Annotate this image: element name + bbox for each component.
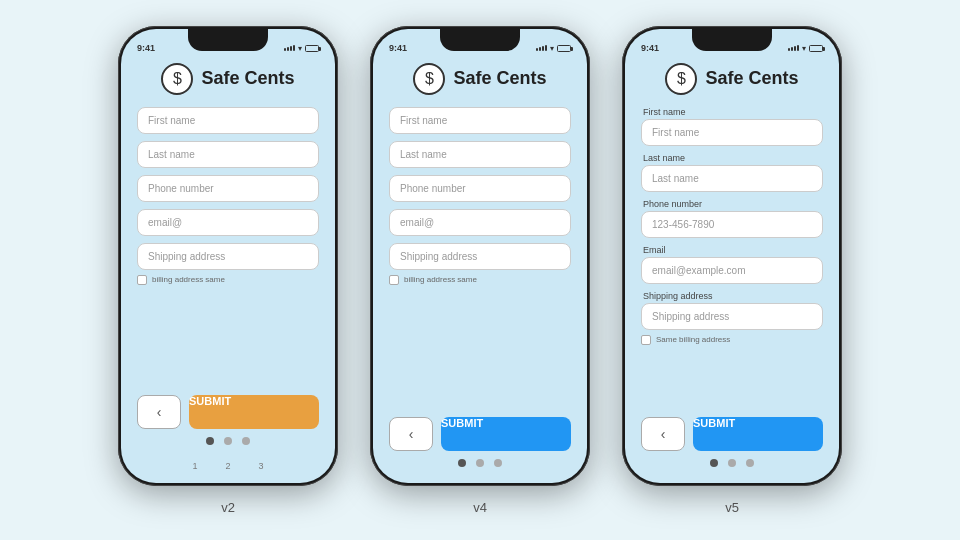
submit-button-v5[interactable]: SUBMIT bbox=[693, 417, 823, 451]
field-group-1: Last name bbox=[137, 141, 319, 168]
back-button-v2[interactable]: ‹ bbox=[137, 395, 181, 429]
scene: 9:41 ▾ $ Safe Cents First nameLast nameP… bbox=[0, 0, 960, 540]
field-label-0: First name bbox=[641, 107, 823, 117]
dot-0 bbox=[710, 459, 718, 467]
field-group-3: email@ bbox=[389, 209, 571, 236]
signal-bar-4 bbox=[797, 45, 799, 51]
signal-bar-1 bbox=[788, 48, 790, 51]
notch-v2 bbox=[188, 29, 268, 51]
signal-bar-3 bbox=[542, 46, 544, 51]
signal-bar-4 bbox=[545, 45, 547, 51]
status-icons: ▾ bbox=[788, 44, 823, 53]
btn-row-v2: ‹SUBMIT bbox=[137, 395, 319, 429]
dot-1 bbox=[476, 459, 484, 467]
logo-symbol: $ bbox=[677, 70, 686, 88]
back-button-v5[interactable]: ‹ bbox=[641, 417, 685, 451]
field-input-2[interactable]: Phone number bbox=[389, 175, 571, 202]
checkbox[interactable] bbox=[389, 275, 399, 285]
field-input-3[interactable]: email@ bbox=[389, 209, 571, 236]
checkbox[interactable] bbox=[137, 275, 147, 285]
phone-version-label-v4: v4 bbox=[473, 500, 487, 515]
wifi-icon: ▾ bbox=[550, 44, 554, 53]
signal-icon bbox=[284, 45, 295, 51]
wifi-icon: ▾ bbox=[802, 44, 806, 53]
logo-circle: $ bbox=[665, 63, 697, 95]
battery-icon bbox=[809, 45, 823, 52]
field-input-2[interactable]: 123-456-7890 bbox=[641, 211, 823, 238]
app-title: Safe Cents bbox=[453, 68, 546, 89]
checkbox-label: billing address same bbox=[404, 275, 477, 284]
checkbox-label: billing address same bbox=[152, 275, 225, 284]
field-input-1[interactable]: Last name bbox=[137, 141, 319, 168]
field-input-3[interactable]: email@example.com bbox=[641, 257, 823, 284]
field-label-1: Last name bbox=[641, 153, 823, 163]
signal-icon bbox=[788, 45, 799, 51]
dot-0 bbox=[458, 459, 466, 467]
phone-v5: 9:41 ▾ $ Safe Cents First nameFirst name… bbox=[622, 26, 842, 486]
field-group-0: First name bbox=[389, 107, 571, 134]
field-input-1[interactable]: Last name bbox=[389, 141, 571, 168]
signal-bar-2 bbox=[287, 47, 289, 51]
signal-bar-3 bbox=[290, 46, 292, 51]
phone-inner-v5: 9:41 ▾ $ Safe Cents First nameFirst name… bbox=[625, 29, 839, 483]
field-input-4[interactable]: Shipping address bbox=[137, 243, 319, 270]
phone-inner-v4: 9:41 ▾ $ Safe Cents First nameLast nameP… bbox=[373, 29, 587, 483]
field-group-2: Phone number bbox=[137, 175, 319, 202]
checkbox[interactable] bbox=[641, 335, 651, 345]
signal-bar-2 bbox=[791, 47, 793, 51]
field-label-3: Email bbox=[641, 245, 823, 255]
dot-2 bbox=[494, 459, 502, 467]
phone-version-label-v5: v5 bbox=[725, 500, 739, 515]
field-group-0: First name bbox=[137, 107, 319, 134]
dot-2 bbox=[242, 437, 250, 445]
field-input-3[interactable]: email@ bbox=[137, 209, 319, 236]
signal-bar-4 bbox=[293, 45, 295, 51]
page-dots-v2 bbox=[137, 437, 319, 453]
notch-v4 bbox=[440, 29, 520, 51]
back-button-v4[interactable]: ‹ bbox=[389, 417, 433, 451]
bottom-actions-v2: ‹SUBMIT123 bbox=[121, 391, 335, 483]
logo-circle: $ bbox=[413, 63, 445, 95]
notch-v5 bbox=[692, 29, 772, 51]
phone-version-label-v2: v2 bbox=[221, 500, 235, 515]
field-input-0[interactable]: First name bbox=[137, 107, 319, 134]
phone-wrapper-v2: 9:41 ▾ $ Safe Cents First nameLast nameP… bbox=[118, 26, 338, 515]
field-group-3: Emailemail@example.com bbox=[641, 245, 823, 284]
field-label-2: Phone number bbox=[641, 199, 823, 209]
app-header-v5: $ Safe Cents bbox=[625, 57, 839, 103]
field-input-1[interactable]: Last name bbox=[641, 165, 823, 192]
field-input-4[interactable]: Shipping address bbox=[641, 303, 823, 330]
back-chevron-icon: ‹ bbox=[661, 426, 666, 442]
submit-button-v2[interactable]: SUBMIT bbox=[189, 395, 319, 429]
battery-icon bbox=[305, 45, 319, 52]
form-area-v4: First nameLast namePhone numberemail@Shi… bbox=[373, 103, 587, 413]
app-header-v4: $ Safe Cents bbox=[373, 57, 587, 103]
checkbox-row-v5[interactable]: Same billing address bbox=[641, 335, 823, 345]
battery-icon bbox=[557, 45, 571, 52]
field-input-0[interactable]: First name bbox=[641, 119, 823, 146]
page-num-1: 2 bbox=[225, 461, 230, 471]
signal-bar-3 bbox=[794, 46, 796, 51]
field-input-2[interactable]: Phone number bbox=[137, 175, 319, 202]
page-num-0: 1 bbox=[192, 461, 197, 471]
btn-row-v4: ‹SUBMIT bbox=[389, 417, 571, 451]
field-input-4[interactable]: Shipping address bbox=[389, 243, 571, 270]
field-group-2: Phone number bbox=[389, 175, 571, 202]
page-num-2: 3 bbox=[259, 461, 264, 471]
status-time: 9:41 bbox=[389, 43, 407, 53]
page-dots-v5 bbox=[641, 459, 823, 475]
dot-0 bbox=[206, 437, 214, 445]
submit-button-v4[interactable]: SUBMIT bbox=[441, 417, 571, 451]
status-time: 9:41 bbox=[641, 43, 659, 53]
checkbox-row-v4[interactable]: billing address same bbox=[389, 275, 571, 285]
field-group-3: email@ bbox=[137, 209, 319, 236]
dot-1 bbox=[224, 437, 232, 445]
page-numbers-v2: 123 bbox=[137, 461, 319, 475]
field-group-0: First nameFirst name bbox=[641, 107, 823, 146]
status-icons: ▾ bbox=[536, 44, 571, 53]
field-input-0[interactable]: First name bbox=[389, 107, 571, 134]
field-group-4: Shipping address bbox=[389, 243, 571, 270]
checkbox-row-v2[interactable]: billing address same bbox=[137, 275, 319, 285]
signal-icon bbox=[536, 45, 547, 51]
app-title: Safe Cents bbox=[201, 68, 294, 89]
